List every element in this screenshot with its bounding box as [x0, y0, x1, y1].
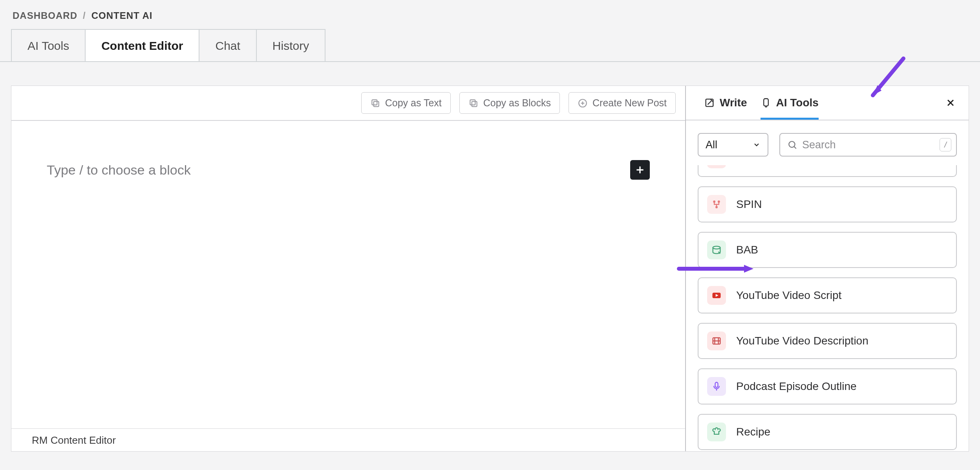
- tool-bab[interactable]: BAB: [698, 232, 957, 268]
- svg-point-16: [718, 200, 720, 203]
- add-block-button[interactable]: [630, 160, 650, 180]
- search-icon: [787, 140, 797, 150]
- svg-rect-25: [715, 383, 718, 388]
- breadcrumb-current: CONTENT AI: [91, 10, 153, 21]
- copy-as-text-button[interactable]: Copy as Text: [361, 92, 451, 114]
- chef-icon: [707, 423, 726, 441]
- tool-recipe[interactable]: Recipe: [698, 414, 957, 450]
- tab-history[interactable]: History: [256, 29, 325, 62]
- editor-body[interactable]: Type / to choose a block: [11, 121, 685, 428]
- copy-as-blocks-label: Copy as Blocks: [483, 97, 551, 109]
- panel-tab-ai-tools-label: AI Tools: [776, 97, 819, 109]
- search-input[interactable]: [802, 139, 935, 151]
- film-icon: [707, 332, 726, 350]
- workspace: Copy as Text Copy as Blocks Create New P…: [11, 86, 969, 452]
- close-icon: [946, 98, 955, 107]
- editor-placeholder: Type / to choose a block: [47, 162, 191, 178]
- tab-chat[interactable]: Chat: [199, 29, 256, 62]
- spin-icon: [707, 195, 726, 214]
- panel-tab-write-label: Write: [720, 97, 747, 109]
- copy-icon: [370, 98, 380, 108]
- tools-icon: [761, 97, 772, 108]
- copy-as-blocks-button[interactable]: Copy as Blocks: [459, 92, 560, 114]
- panel-tab-ai-tools[interactable]: AI Tools: [761, 86, 819, 120]
- tool-recipe-label: Recipe: [736, 426, 770, 438]
- category-select-label: All: [706, 139, 717, 151]
- tool-youtube-description-label: YouTube Video Description: [736, 335, 868, 347]
- breadcrumb-separator: /: [83, 10, 86, 21]
- breadcrumb: DASHBOARD / CONTENT AI: [0, 0, 980, 29]
- svg-rect-10: [764, 99, 768, 106]
- tool-bab-label: BAB: [736, 244, 758, 256]
- panel-filters: All /: [686, 120, 969, 165]
- svg-point-15: [713, 200, 715, 203]
- chevron-down-icon: [753, 141, 761, 149]
- tab-ai-tools[interactable]: AI Tools: [11, 29, 85, 62]
- create-new-post-button[interactable]: Create New Post: [569, 92, 676, 114]
- search-shortcut-hint: /: [940, 138, 951, 151]
- tool-podcast-outline[interactable]: Podcast Episode Outline: [698, 368, 957, 404]
- panel-tabs: Write AI Tools: [686, 86, 969, 120]
- edit-icon: [704, 97, 715, 108]
- svg-line-14: [794, 146, 796, 148]
- category-select[interactable]: All: [698, 133, 768, 157]
- search-field[interactable]: /: [779, 133, 957, 157]
- youtube-icon: [707, 286, 726, 305]
- breadcrumb-root[interactable]: DASHBOARD: [13, 10, 77, 21]
- close-panel-button[interactable]: [943, 95, 958, 111]
- tab-underline: [0, 61, 980, 62]
- svg-rect-1: [372, 100, 377, 105]
- tool-list: HERO SPIN BAB: [686, 165, 969, 451]
- tool-hero[interactable]: HERO: [698, 165, 957, 177]
- svg-rect-0: [373, 101, 378, 106]
- editor-footer: RM Content Editor: [11, 428, 685, 451]
- panel-tab-write[interactable]: Write: [704, 86, 747, 120]
- svg-point-17: [715, 206, 718, 208]
- copy-icon: [468, 98, 479, 108]
- tool-spin[interactable]: SPIN: [698, 186, 957, 222]
- svg-point-18: [713, 246, 720, 249]
- svg-point-13: [789, 141, 795, 147]
- svg-rect-3: [470, 100, 475, 105]
- svg-rect-2: [472, 101, 477, 106]
- copy-as-text-label: Copy as Text: [385, 97, 442, 109]
- tool-spin-label: SPIN: [736, 198, 762, 211]
- editor-column: Copy as Text Copy as Blocks Create New P…: [11, 86, 686, 451]
- tool-youtube-description[interactable]: YouTube Video Description: [698, 323, 957, 359]
- ai-tools-panel: Write AI Tools All /: [686, 86, 969, 451]
- bab-icon: [707, 240, 726, 259]
- tool-youtube-script[interactable]: YouTube Video Script: [698, 277, 957, 313]
- main-tabs: AI Tools Content Editor Chat History: [0, 29, 980, 62]
- hero-icon: [707, 165, 726, 168]
- tool-youtube-script-label: YouTube Video Script: [736, 289, 841, 302]
- create-new-post-label: Create New Post: [592, 97, 667, 109]
- plus-circle-icon: [578, 98, 588, 108]
- mic-icon: [707, 377, 726, 396]
- editor-toolbar: Copy as Text Copy as Blocks Create New P…: [11, 86, 685, 121]
- editor-footer-label: RM Content Editor: [32, 434, 116, 446]
- tab-content-editor[interactable]: Content Editor: [85, 29, 199, 62]
- tool-podcast-outline-label: Podcast Episode Outline: [736, 380, 857, 393]
